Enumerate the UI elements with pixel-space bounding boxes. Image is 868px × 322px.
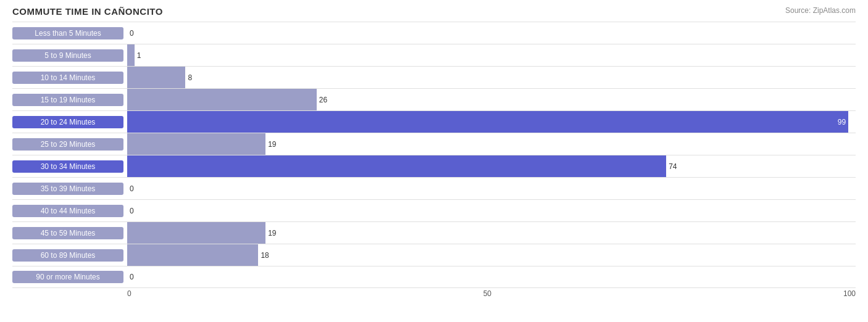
bar-value: 26 (319, 96, 327, 104)
bar-container: 99 (127, 111, 856, 133)
bar (127, 67, 185, 89)
bar-container: 74 (127, 155, 856, 177)
chart-title: COMMUTE TIME IN CAÑONCITO (12, 6, 163, 17)
table-row: 40 to 44 Minutes0 (12, 199, 856, 221)
table-row: 5 to 9 Minutes1 (12, 44, 856, 66)
bar-value: 0 (130, 273, 134, 281)
chart-container: COMMUTE TIME IN CAÑONCITO Source: ZipAtl… (12, 6, 856, 298)
row-label: 10 to 14 Minutes (12, 72, 123, 84)
bar-value: 0 (130, 29, 134, 38)
row-label: 60 to 89 Minutes (12, 249, 123, 262)
bar (127, 44, 135, 67)
row-label: 40 to 44 Minutes (12, 205, 123, 217)
bar-value: 19 (268, 140, 276, 149)
row-label: 90 or more Minutes (12, 271, 123, 283)
chart-area: Less than 5 Minutes05 to 9 Minutes110 to… (12, 22, 856, 288)
table-row: 10 to 14 Minutes8 (12, 66, 856, 88)
x-axis: 050100 (127, 289, 856, 298)
table-row: 60 to 89 Minutes18 (12, 244, 856, 266)
chart-source: Source: ZipAtlas.com (785, 6, 856, 15)
bar-value: 99 (838, 118, 846, 126)
table-row: 25 to 29 Minutes19 (12, 133, 856, 155)
x-tick-label: 0 (127, 289, 131, 298)
bar-value: 18 (261, 251, 269, 260)
bar: 99 (127, 111, 848, 133)
x-tick-label: 50 (483, 289, 491, 298)
bar-container: 0 (127, 200, 856, 221)
bar-container: 0 (127, 178, 856, 199)
bar-container: 8 (127, 67, 856, 88)
bar-container: 1 (127, 44, 856, 66)
bar-container: 0 (127, 266, 856, 287)
bar-value: 1 (137, 51, 141, 60)
table-row: 45 to 59 Minutes19 (12, 221, 856, 244)
table-row: Less than 5 Minutes0 (12, 22, 856, 44)
bar-container: 19 (127, 133, 856, 155)
row-label: 5 to 9 Minutes (12, 49, 123, 62)
table-row: 35 to 39 Minutes0 (12, 177, 856, 199)
row-label: 20 to 24 Minutes (12, 116, 123, 128)
x-tick-label: 100 (843, 289, 856, 298)
bar-value: 19 (268, 229, 276, 237)
table-row: 90 or more Minutes0 (12, 266, 856, 288)
row-label: 25 to 29 Minutes (12, 138, 123, 151)
bar-value: 8 (188, 73, 192, 82)
bar (127, 133, 265, 155)
row-label: Less than 5 Minutes (12, 27, 123, 39)
chart-header: COMMUTE TIME IN CAÑONCITO Source: ZipAtl… (12, 6, 856, 17)
row-label: 35 to 39 Minutes (12, 183, 123, 195)
row-label: 15 to 19 Minutes (12, 94, 123, 106)
row-label: 30 to 34 Minutes (12, 160, 123, 173)
bar-container: 18 (127, 244, 856, 266)
table-row: 30 to 34 Minutes74 (12, 155, 856, 177)
table-row: 15 to 19 Minutes26 (12, 88, 856, 110)
bar-value: 0 (130, 207, 134, 215)
bar (127, 155, 666, 178)
bar (127, 89, 317, 111)
bar-value: 74 (669, 162, 677, 171)
bar-container: 19 (127, 222, 856, 244)
table-row: 20 to 24 Minutes99 (12, 110, 856, 133)
bar-container: 26 (127, 89, 856, 110)
bar-container: 0 (127, 22, 856, 44)
row-label: 45 to 59 Minutes (12, 227, 123, 239)
bar-value: 0 (130, 184, 134, 193)
bar (127, 222, 265, 244)
bar (127, 244, 258, 266)
